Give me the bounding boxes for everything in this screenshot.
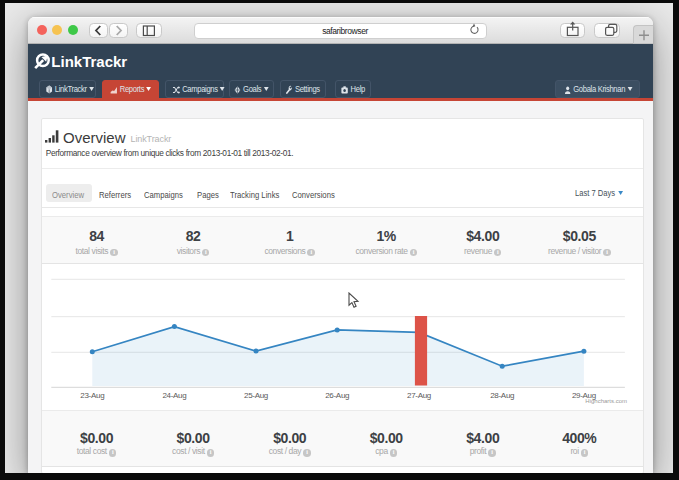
svg-text:Highcharts.com: Highcharts.com [585, 398, 627, 404]
svg-text:24-Aug: 24-Aug [162, 391, 186, 400]
svg-text:27-Aug: 27-Aug [407, 391, 431, 400]
svg-text:25-Aug: 25-Aug [244, 391, 268, 400]
svg-text:28-Aug: 28-Aug [490, 391, 514, 400]
svg-text:26-Aug: 26-Aug [325, 391, 349, 400]
svg-text:23-Aug: 23-Aug [80, 391, 104, 400]
